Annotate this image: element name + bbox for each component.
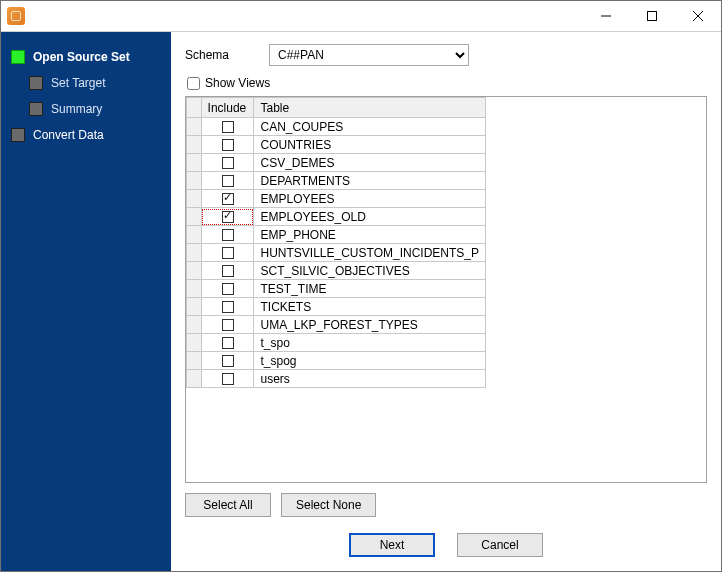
include-cell[interactable] <box>201 154 254 172</box>
table-row[interactable]: DEPARTMENTS <box>187 172 486 190</box>
table-row[interactable]: users <box>187 370 486 388</box>
include-checkbox[interactable] <box>222 247 234 259</box>
include-cell[interactable] <box>201 172 254 190</box>
show-views-label[interactable]: Show Views <box>205 76 270 90</box>
include-checkbox[interactable] <box>222 121 234 133</box>
col-include[interactable]: Include <box>201 98 254 118</box>
titlebar <box>1 1 721 31</box>
wizard-sidebar: Open Source SetSet TargetSummaryConvert … <box>1 32 171 571</box>
include-cell[interactable] <box>201 262 254 280</box>
table-name-cell: SCT_SILVIC_OBJECTIVES <box>254 262 486 280</box>
table-name-cell: t_spog <box>254 352 486 370</box>
wizard-step-open-source-set[interactable]: Open Source Set <box>1 44 171 70</box>
row-header <box>187 334 202 352</box>
minimize-button[interactable] <box>583 1 629 31</box>
table-name-cell: TEST_TIME <box>254 280 486 298</box>
include-checkbox[interactable] <box>222 229 234 241</box>
select-all-button[interactable]: Select All <box>185 493 271 517</box>
include-checkbox[interactable] <box>222 337 234 349</box>
row-header <box>187 280 202 298</box>
include-cell[interactable] <box>201 298 254 316</box>
wizard-step-convert-data[interactable]: Convert Data <box>1 122 171 148</box>
include-cell[interactable] <box>201 316 254 334</box>
step-marker-icon <box>29 102 43 116</box>
include-checkbox[interactable] <box>222 283 234 295</box>
include-cell[interactable] <box>201 370 254 388</box>
table-name-cell: EMPLOYEES_OLD <box>254 208 486 226</box>
table-row[interactable]: EMPLOYEES_OLD <box>187 208 486 226</box>
include-checkbox[interactable] <box>222 211 234 223</box>
schema-select[interactable]: C##PAN <box>269 44 469 66</box>
include-checkbox[interactable] <box>222 319 234 331</box>
include-cell[interactable] <box>201 334 254 352</box>
include-checkbox[interactable] <box>222 301 234 313</box>
row-header <box>187 190 202 208</box>
table-row[interactable]: TICKETS <box>187 298 486 316</box>
row-header <box>187 370 202 388</box>
include-checkbox[interactable] <box>222 139 234 151</box>
table-name-cell: CSV_DEMES <box>254 154 486 172</box>
table-name-cell: EMPLOYEES <box>254 190 486 208</box>
step-label: Set Target <box>51 76 105 90</box>
table-row[interactable]: COUNTRIES <box>187 136 486 154</box>
row-header <box>187 208 202 226</box>
grid-corner <box>187 98 202 118</box>
table-row[interactable]: EMPLOYEES <box>187 190 486 208</box>
table-name-cell: EMP_PHONE <box>254 226 486 244</box>
include-checkbox[interactable] <box>222 193 234 205</box>
include-cell[interactable] <box>201 352 254 370</box>
wizard-step-set-target[interactable]: Set Target <box>19 70 171 96</box>
wizard-step-summary[interactable]: Summary <box>19 96 171 122</box>
cancel-button[interactable]: Cancel <box>457 533 543 557</box>
row-header <box>187 262 202 280</box>
row-header <box>187 352 202 370</box>
maximize-button[interactable] <box>629 1 675 31</box>
include-checkbox[interactable] <box>222 355 234 367</box>
table-name-cell: TICKETS <box>254 298 486 316</box>
include-cell[interactable] <box>201 208 254 226</box>
schema-label: Schema <box>185 48 255 62</box>
row-header <box>187 118 202 136</box>
step-label: Summary <box>51 102 102 116</box>
col-table[interactable]: Table <box>254 98 486 118</box>
table-row[interactable]: HUNTSVILLE_CUSTOM_INCIDENTS_P <box>187 244 486 262</box>
table-row[interactable]: CSV_DEMES <box>187 154 486 172</box>
include-cell[interactable] <box>201 244 254 262</box>
include-cell[interactable] <box>201 136 254 154</box>
table-row[interactable]: t_spog <box>187 352 486 370</box>
table-name-cell: DEPARTMENTS <box>254 172 486 190</box>
window-controls <box>583 1 721 31</box>
table-row[interactable]: SCT_SILVIC_OBJECTIVES <box>187 262 486 280</box>
row-header <box>187 244 202 262</box>
table-name-cell: COUNTRIES <box>254 136 486 154</box>
show-views-checkbox[interactable] <box>187 77 200 90</box>
row-header <box>187 298 202 316</box>
include-checkbox[interactable] <box>222 157 234 169</box>
step-marker-icon <box>11 128 25 142</box>
row-header <box>187 154 202 172</box>
row-header <box>187 316 202 334</box>
include-cell[interactable] <box>201 226 254 244</box>
close-button[interactable] <box>675 1 721 31</box>
include-checkbox[interactable] <box>222 175 234 187</box>
table-row[interactable]: TEST_TIME <box>187 280 486 298</box>
next-button[interactable]: Next <box>349 533 435 557</box>
table-row[interactable]: UMA_LKP_FOREST_TYPES <box>187 316 486 334</box>
svg-rect-1 <box>648 12 657 21</box>
include-checkbox[interactable] <box>222 265 234 277</box>
include-checkbox[interactable] <box>222 373 234 385</box>
table-row[interactable]: t_spo <box>187 334 486 352</box>
table-name-cell: UMA_LKP_FOREST_TYPES <box>254 316 486 334</box>
main-panel: Schema C##PAN Show Views <box>171 32 721 571</box>
select-none-button[interactable]: Select None <box>281 493 376 517</box>
table-row[interactable]: CAN_COUPES <box>187 118 486 136</box>
step-label: Open Source Set <box>33 50 130 64</box>
include-cell[interactable] <box>201 118 254 136</box>
row-header <box>187 226 202 244</box>
row-header <box>187 172 202 190</box>
include-cell[interactable] <box>201 190 254 208</box>
include-cell[interactable] <box>201 280 254 298</box>
table-name-cell: users <box>254 370 486 388</box>
row-header <box>187 136 202 154</box>
table-row[interactable]: EMP_PHONE <box>187 226 486 244</box>
